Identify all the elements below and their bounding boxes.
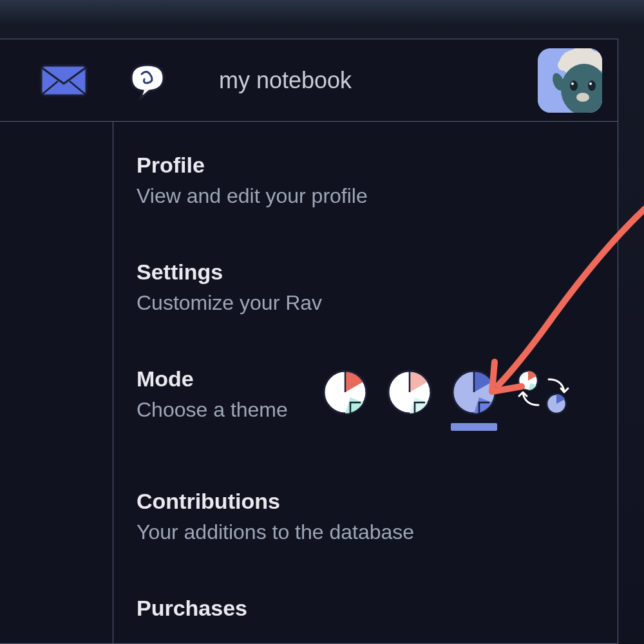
menu-item-title: Mode (137, 366, 310, 392)
theme-option-auto[interactable] (515, 369, 571, 415)
svg-point-11 (588, 80, 596, 91)
dropdown-panel: my notebook (0, 39, 618, 644)
menu-item-desc: Customize your Rav (137, 291, 594, 315)
menu-item-title: Profile (137, 153, 594, 178)
theme-option-dark[interactable] (451, 369, 497, 431)
menu-item-title: Purchases (137, 596, 594, 621)
sidebar (0, 122, 113, 643)
theme-options (322, 369, 571, 431)
menu-item-title: Settings (137, 260, 594, 285)
theme-option-pastel[interactable] (386, 369, 433, 415)
svg-point-13 (589, 82, 592, 85)
menu-item-purchases[interactable]: Purchases (137, 596, 594, 621)
top-bar: my notebook (0, 39, 618, 122)
menu-item-title: Contributions (137, 489, 594, 514)
notebook-link[interactable]: my notebook (219, 67, 352, 94)
menu-item-settings[interactable]: Settings Customize your Rav (137, 260, 594, 315)
svg-point-12 (571, 82, 574, 85)
mail-icon[interactable] (39, 63, 89, 98)
menu-item-desc: View and edit your profile (137, 184, 594, 208)
menu-item-profile[interactable]: Profile View and edit your profile (137, 153, 594, 208)
menu-content: Profile View and edit your profile Setti… (113, 122, 618, 643)
avatar[interactable] (538, 48, 602, 113)
svg-point-14 (576, 93, 589, 102)
theme-selected-indicator (451, 423, 497, 431)
menu-item-contributions[interactable]: Contributions Your additions to the data… (137, 489, 594, 544)
svg-point-10 (570, 80, 578, 91)
svg-point-8 (558, 59, 569, 71)
menu-item-desc: Choose a theme (137, 398, 310, 422)
theme-option-light[interactable] (322, 369, 368, 415)
chat-icon[interactable] (125, 61, 170, 100)
menu-item-mode: Mode Choose a theme (137, 366, 594, 431)
svg-rect-0 (41, 66, 86, 95)
menu-item-desc: Your additions to the database (137, 520, 594, 544)
